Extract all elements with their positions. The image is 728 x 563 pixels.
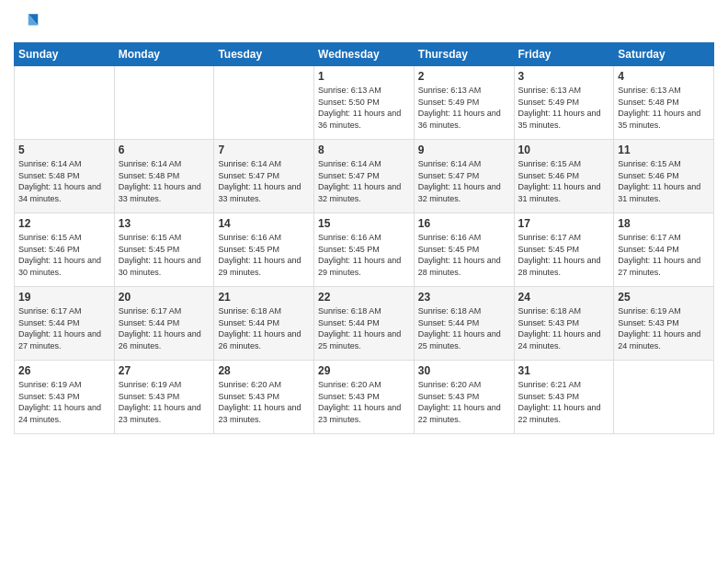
day-number: 17 — [518, 217, 610, 230]
logo-icon — [14, 9, 40, 35]
calendar-day-cell: 21Sunrise: 6:18 AM Sunset: 5:44 PM Dayli… — [214, 287, 314, 361]
day-info: Sunrise: 6:20 AM Sunset: 5:43 PM Dayligh… — [418, 379, 510, 425]
day-number: 9 — [418, 144, 510, 156]
day-number: 30 — [418, 364, 510, 377]
day-number: 19 — [18, 291, 110, 304]
day-number: 3 — [518, 70, 610, 83]
day-info: Sunrise: 6:13 AM Sunset: 5:49 PM Dayligh… — [518, 85, 610, 131]
day-info: Sunrise: 6:18 AM Sunset: 5:43 PM Dayligh… — [518, 305, 610, 351]
logo — [14, 9, 43, 35]
day-number: 6 — [119, 144, 210, 156]
day-number: 31 — [518, 364, 610, 377]
day-number: 25 — [618, 291, 710, 304]
day-of-week-header: Tuesday — [214, 43, 314, 66]
calendar-day-cell — [614, 361, 714, 434]
day-number: 15 — [318, 217, 410, 230]
day-info: Sunrise: 6:18 AM Sunset: 5:44 PM Dayligh… — [318, 305, 410, 351]
day-info: Sunrise: 6:13 AM Sunset: 5:48 PM Dayligh… — [618, 85, 710, 131]
day-info: Sunrise: 6:16 AM Sunset: 5:45 PM Dayligh… — [318, 232, 410, 278]
day-info: Sunrise: 6:19 AM Sunset: 5:43 PM Dayligh… — [18, 379, 110, 425]
calendar-day-cell: 10Sunrise: 6:15 AM Sunset: 5:46 PM Dayli… — [514, 140, 614, 213]
calendar-week-row: 26Sunrise: 6:19 AM Sunset: 5:43 PM Dayli… — [15, 361, 714, 434]
day-info: Sunrise: 6:21 AM Sunset: 5:43 PM Dayligh… — [518, 379, 610, 425]
day-number: 18 — [618, 217, 710, 230]
calendar-day-cell: 1Sunrise: 6:13 AM Sunset: 5:50 PM Daylig… — [314, 66, 415, 140]
day-number: 7 — [218, 144, 310, 156]
calendar-day-cell — [15, 66, 115, 140]
day-number: 28 — [218, 364, 310, 377]
day-info: Sunrise: 6:15 AM Sunset: 5:46 PM Dayligh… — [618, 158, 710, 204]
calendar-day-cell: 8Sunrise: 6:14 AM Sunset: 5:47 PM Daylig… — [314, 140, 415, 213]
day-info: Sunrise: 6:20 AM Sunset: 5:43 PM Dayligh… — [318, 379, 410, 425]
day-info: Sunrise: 6:13 AM Sunset: 5:49 PM Dayligh… — [418, 85, 510, 131]
calendar-day-cell: 2Sunrise: 6:13 AM Sunset: 5:49 PM Daylig… — [414, 66, 514, 140]
day-info: Sunrise: 6:14 AM Sunset: 5:47 PM Dayligh… — [318, 158, 410, 204]
calendar-day-cell: 19Sunrise: 6:17 AM Sunset: 5:44 PM Dayli… — [15, 287, 115, 361]
day-info: Sunrise: 6:13 AM Sunset: 5:50 PM Dayligh… — [318, 85, 410, 131]
day-number: 8 — [318, 144, 410, 156]
day-info: Sunrise: 6:16 AM Sunset: 5:45 PM Dayligh… — [218, 232, 310, 278]
calendar-day-cell: 26Sunrise: 6:19 AM Sunset: 5:43 PM Dayli… — [15, 361, 115, 434]
day-info: Sunrise: 6:14 AM Sunset: 5:48 PM Dayligh… — [119, 158, 210, 204]
calendar-day-cell: 12Sunrise: 6:15 AM Sunset: 5:46 PM Dayli… — [15, 213, 115, 287]
day-info: Sunrise: 6:16 AM Sunset: 5:45 PM Dayligh… — [418, 232, 510, 278]
calendar-day-cell: 23Sunrise: 6:18 AM Sunset: 5:44 PM Dayli… — [414, 287, 514, 361]
day-of-week-header: Thursday — [414, 43, 514, 66]
day-number: 16 — [418, 217, 510, 230]
calendar-day-cell: 29Sunrise: 6:20 AM Sunset: 5:43 PM Dayli… — [314, 361, 415, 434]
calendar-day-cell: 16Sunrise: 6:16 AM Sunset: 5:45 PM Dayli… — [414, 213, 514, 287]
day-info: Sunrise: 6:19 AM Sunset: 5:43 PM Dayligh… — [119, 379, 210, 425]
calendar-day-cell: 7Sunrise: 6:14 AM Sunset: 5:47 PM Daylig… — [214, 140, 314, 213]
day-number: 5 — [18, 144, 110, 156]
calendar-day-cell: 11Sunrise: 6:15 AM Sunset: 5:46 PM Dayli… — [614, 140, 714, 213]
day-info: Sunrise: 6:18 AM Sunset: 5:44 PM Dayligh… — [418, 305, 510, 351]
day-info: Sunrise: 6:14 AM Sunset: 5:47 PM Dayligh… — [418, 158, 510, 204]
calendar-day-cell: 28Sunrise: 6:20 AM Sunset: 5:43 PM Dayli… — [214, 361, 314, 434]
calendar-day-cell: 13Sunrise: 6:15 AM Sunset: 5:45 PM Dayli… — [114, 213, 214, 287]
day-number: 10 — [518, 144, 610, 156]
day-number: 12 — [18, 217, 110, 230]
calendar-day-cell: 22Sunrise: 6:18 AM Sunset: 5:44 PM Dayli… — [314, 287, 415, 361]
day-info: Sunrise: 6:17 AM Sunset: 5:44 PM Dayligh… — [618, 232, 710, 278]
day-info: Sunrise: 6:15 AM Sunset: 5:46 PM Dayligh… — [518, 158, 610, 204]
day-number: 14 — [218, 217, 310, 230]
day-info: Sunrise: 6:15 AM Sunset: 5:46 PM Dayligh… — [18, 232, 110, 278]
calendar-week-row: 1Sunrise: 6:13 AM Sunset: 5:50 PM Daylig… — [15, 66, 714, 140]
day-info: Sunrise: 6:18 AM Sunset: 5:44 PM Dayligh… — [218, 305, 310, 351]
day-of-week-header: Sunday — [15, 43, 115, 66]
calendar-day-cell: 24Sunrise: 6:18 AM Sunset: 5:43 PM Dayli… — [514, 287, 614, 361]
calendar-day-cell: 9Sunrise: 6:14 AM Sunset: 5:47 PM Daylig… — [414, 140, 514, 213]
calendar-day-cell: 25Sunrise: 6:19 AM Sunset: 5:43 PM Dayli… — [614, 287, 714, 361]
day-number: 2 — [418, 70, 510, 83]
calendar-week-row: 12Sunrise: 6:15 AM Sunset: 5:46 PM Dayli… — [15, 213, 714, 287]
day-info: Sunrise: 6:17 AM Sunset: 5:44 PM Dayligh… — [18, 305, 110, 351]
calendar-day-cell — [114, 66, 214, 140]
calendar-day-cell: 27Sunrise: 6:19 AM Sunset: 5:43 PM Dayli… — [114, 361, 214, 434]
calendar-day-cell: 31Sunrise: 6:21 AM Sunset: 5:43 PM Dayli… — [514, 361, 614, 434]
day-info: Sunrise: 6:14 AM Sunset: 5:48 PM Dayligh… — [18, 158, 110, 204]
calendar-day-cell: 3Sunrise: 6:13 AM Sunset: 5:49 PM Daylig… — [514, 66, 614, 140]
calendar-day-cell: 15Sunrise: 6:16 AM Sunset: 5:45 PM Dayli… — [314, 213, 415, 287]
calendar-day-cell: 5Sunrise: 6:14 AM Sunset: 5:48 PM Daylig… — [15, 140, 115, 213]
day-of-week-header: Monday — [114, 43, 214, 66]
header — [14, 9, 714, 35]
calendar-day-cell: 20Sunrise: 6:17 AM Sunset: 5:44 PM Dayli… — [114, 287, 214, 361]
day-number: 23 — [418, 291, 510, 304]
day-number: 27 — [119, 364, 210, 377]
day-of-week-header: Friday — [514, 43, 614, 66]
day-info: Sunrise: 6:17 AM Sunset: 5:44 PM Dayligh… — [119, 305, 210, 351]
calendar-week-row: 5Sunrise: 6:14 AM Sunset: 5:48 PM Daylig… — [15, 140, 714, 213]
day-number: 26 — [18, 364, 110, 377]
day-info: Sunrise: 6:15 AM Sunset: 5:45 PM Dayligh… — [119, 232, 210, 278]
calendar-day-cell: 14Sunrise: 6:16 AM Sunset: 5:45 PM Dayli… — [214, 213, 314, 287]
calendar-day-cell: 6Sunrise: 6:14 AM Sunset: 5:48 PM Daylig… — [114, 140, 214, 213]
day-number: 1 — [318, 70, 410, 83]
day-number: 24 — [518, 291, 610, 304]
calendar-day-cell: 18Sunrise: 6:17 AM Sunset: 5:44 PM Dayli… — [614, 213, 714, 287]
day-info: Sunrise: 6:14 AM Sunset: 5:47 PM Dayligh… — [218, 158, 310, 204]
day-number: 20 — [119, 291, 210, 304]
day-number: 4 — [618, 70, 710, 83]
calendar-week-row: 19Sunrise: 6:17 AM Sunset: 5:44 PM Dayli… — [15, 287, 714, 361]
day-info: Sunrise: 6:20 AM Sunset: 5:43 PM Dayligh… — [218, 379, 310, 425]
calendar: SundayMondayTuesdayWednesdayThursdayFrid… — [14, 42, 714, 434]
